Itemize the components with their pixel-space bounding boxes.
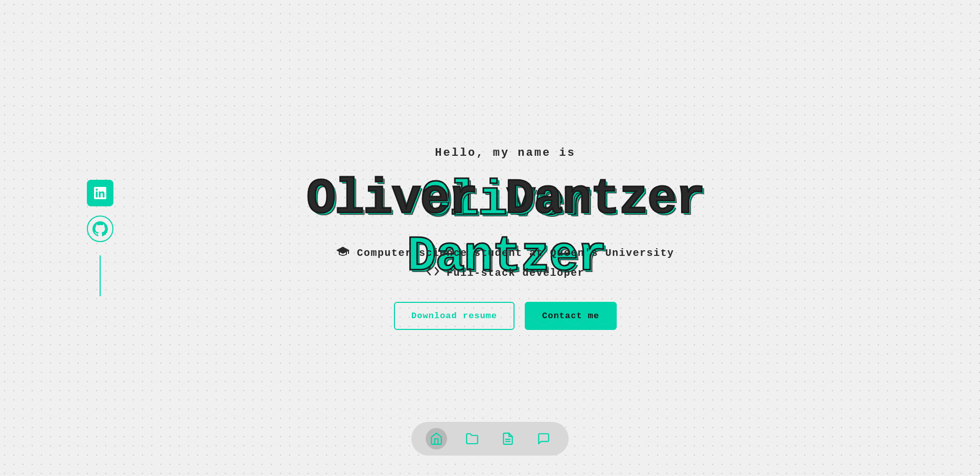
- name-heading: Oliver Dantzer: [307, 172, 705, 227]
- greeting-text: Hello, my name is: [435, 147, 575, 159]
- taglines-container: Computer science student at Queen's Univ…: [336, 246, 674, 279]
- contact-me-button[interactable]: Contact me: [525, 302, 617, 330]
- tagline-developer: Full-stack developer: [336, 267, 674, 279]
- social-sidebar: [87, 180, 113, 296]
- linkedin-icon: [94, 187, 106, 199]
- tagline-education-text: Computer science student at Queen's Univ…: [357, 247, 674, 259]
- bottom-navigation: [411, 422, 569, 456]
- graduation-cap-icon: [336, 246, 349, 260]
- nav-home[interactable]: [426, 428, 447, 449]
- github-button[interactable]: [87, 216, 113, 242]
- svg-marker-0: [336, 247, 349, 254]
- download-resume-button[interactable]: Download resume: [394, 302, 515, 330]
- code-brackets-icon: [426, 267, 439, 279]
- sidebar-divider: [100, 255, 101, 296]
- cta-buttons: Download resume Contact me: [394, 302, 617, 330]
- github-icon: [92, 221, 108, 236]
- nav-document[interactable]: [497, 428, 519, 449]
- main-content: Hello, my name is Oliver Dantzer Compute…: [307, 147, 705, 330]
- nav-chat[interactable]: [533, 428, 554, 449]
- home-icon: [430, 432, 443, 445]
- nav-folder[interactable]: [461, 428, 483, 449]
- folder-icon: [465, 432, 479, 445]
- chat-icon: [537, 432, 550, 445]
- tagline-developer-text: Full-stack developer: [447, 267, 585, 279]
- tagline-education: Computer science student at Queen's Univ…: [336, 246, 674, 260]
- linkedin-button[interactable]: [87, 180, 113, 206]
- document-icon: [501, 432, 515, 445]
- name-container: Oliver Dantzer: [307, 172, 705, 227]
